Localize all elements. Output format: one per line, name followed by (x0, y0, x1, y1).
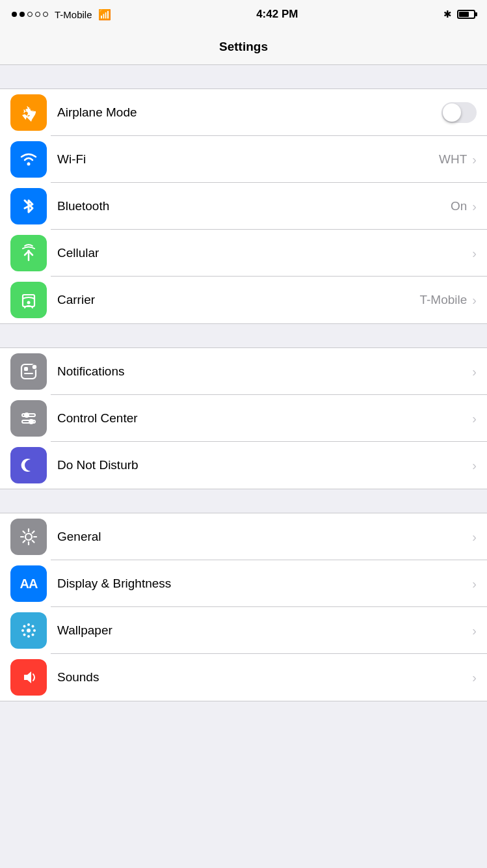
display-brightness-chevron: › (472, 576, 477, 591)
cellular-content: Cellular › (57, 246, 477, 261)
carrier-right: T-Mobile › (419, 293, 477, 308)
connectivity-group: ✈ Airplane Mode Wi-Fi WHT › (0, 88, 487, 324)
svg-point-7 (27, 301, 31, 305)
svg-point-23 (32, 634, 34, 636)
dot-2 (20, 12, 25, 17)
svg-rect-9 (24, 367, 28, 371)
dnd-row[interactable]: Do Not Disturb › (0, 442, 487, 489)
carrier-value: T-Mobile (419, 293, 467, 307)
airplane-mode-toggle-thumb (443, 103, 461, 122)
svg-point-20 (21, 629, 24, 632)
display-brightness-content: Display & Brightness › (57, 576, 477, 591)
wifi-right: WHT › (439, 152, 477, 167)
dot-4 (35, 12, 40, 17)
battery-fill (459, 12, 469, 17)
general-row[interactable]: General › (0, 513, 487, 560)
carrier-label: Carrier (57, 293, 95, 307)
sounds-row[interactable]: Sounds › (0, 654, 487, 701)
display-brightness-row[interactable]: AA Display & Brightness › (0, 560, 487, 607)
wallpaper-row[interactable]: Wallpaper › (0, 607, 487, 654)
status-bar: T-Mobile 📶 4:42 PM ✱ (0, 0, 487, 29)
notifications-label: Notifications (57, 364, 125, 379)
general-label: General (57, 530, 101, 544)
sounds-chevron: › (472, 670, 477, 685)
section-gap-3 (0, 489, 487, 513)
wallpaper-label: Wallpaper (57, 623, 112, 638)
dot-3 (27, 12, 33, 17)
svg-rect-6 (23, 295, 34, 306)
bluetooth-label: Bluetooth (57, 199, 109, 213)
section-gap-2 (0, 324, 487, 347)
battery-indicator (457, 10, 475, 19)
status-time: 4:42 PM (256, 8, 298, 21)
airplane-mode-icon: ✈ (10, 94, 47, 131)
cellular-right: › (472, 246, 477, 261)
svg-point-13 (24, 413, 29, 418)
wallpaper-right: › (472, 623, 477, 638)
general-right: › (472, 530, 477, 545)
dnd-content: Do Not Disturb › (57, 458, 477, 473)
notifications-group: Notifications › Control Center › (0, 347, 487, 489)
cellular-chevron: › (472, 246, 477, 261)
general-chevron: › (472, 530, 477, 545)
bluetooth-value: On (451, 199, 467, 213)
cellular-row[interactable]: Cellular › (0, 230, 487, 277)
battery-shell (457, 10, 475, 19)
svg-point-22 (23, 625, 26, 628)
svg-point-25 (23, 634, 26, 636)
carrier-label: T-Mobile (55, 9, 92, 20)
cellular-label: Cellular (57, 246, 99, 260)
wifi-value: WHT (439, 152, 467, 167)
svg-rect-10 (24, 373, 33, 374)
control-center-right: › (472, 411, 477, 426)
bluetooth-icon (10, 188, 47, 224)
wallpaper-chevron: › (472, 623, 477, 638)
svg-point-17 (27, 629, 31, 632)
wallpaper-icon (10, 612, 47, 649)
general-content: General › (57, 530, 477, 545)
sounds-content: Sounds › (57, 670, 477, 685)
bluetooth-right: On › (451, 199, 477, 214)
carrier-chevron: › (472, 293, 477, 308)
general-icon (10, 519, 47, 555)
dot-1 (12, 12, 17, 17)
sounds-right: › (472, 670, 477, 685)
svg-rect-11 (32, 364, 37, 370)
dnd-chevron: › (472, 458, 477, 473)
wifi-chevron: › (472, 152, 477, 167)
status-left: T-Mobile 📶 (12, 8, 111, 21)
carrier-content: Carrier T-Mobile › (57, 293, 477, 308)
notifications-row[interactable]: Notifications › (0, 348, 487, 395)
nav-bar: Settings (0, 29, 487, 65)
svg-point-19 (27, 635, 30, 638)
svg-point-24 (32, 625, 34, 628)
bluetooth-content: Bluetooth On › (57, 199, 477, 214)
airplane-mode-content: Airplane Mode (57, 102, 477, 123)
dot-5 (43, 12, 48, 17)
sounds-icon (10, 659, 47, 696)
dnd-right: › (472, 458, 477, 473)
notifications-content: Notifications › (57, 364, 477, 379)
bluetooth-status-icon: ✱ (443, 8, 452, 20)
signal-dots (12, 12, 48, 17)
airplane-mode-toggle[interactable] (441, 102, 477, 123)
control-center-row[interactable]: Control Center › (0, 395, 487, 442)
dnd-icon (10, 447, 47, 483)
airplane-mode-row[interactable]: ✈ Airplane Mode (0, 89, 487, 136)
control-center-chevron: › (472, 411, 477, 426)
wifi-status-icon: 📶 (98, 8, 111, 21)
svg-point-21 (33, 629, 36, 632)
general-group: General › AA Display & Brightness › (0, 513, 487, 701)
svg-point-16 (25, 534, 32, 540)
svg-point-1 (27, 163, 31, 166)
carrier-row[interactable]: Carrier T-Mobile › (0, 277, 487, 323)
section-gap-top (0, 65, 487, 88)
dnd-label: Do Not Disturb (57, 458, 138, 472)
notifications-icon (10, 353, 47, 390)
bluetooth-row[interactable]: Bluetooth On › (0, 183, 487, 230)
wifi-row[interactable]: Wi-Fi WHT › (0, 136, 487, 183)
control-center-label: Control Center (57, 411, 138, 426)
control-center-content: Control Center › (57, 411, 477, 426)
status-right: ✱ (443, 8, 475, 20)
airplane-mode-label: Airplane Mode (57, 105, 137, 120)
